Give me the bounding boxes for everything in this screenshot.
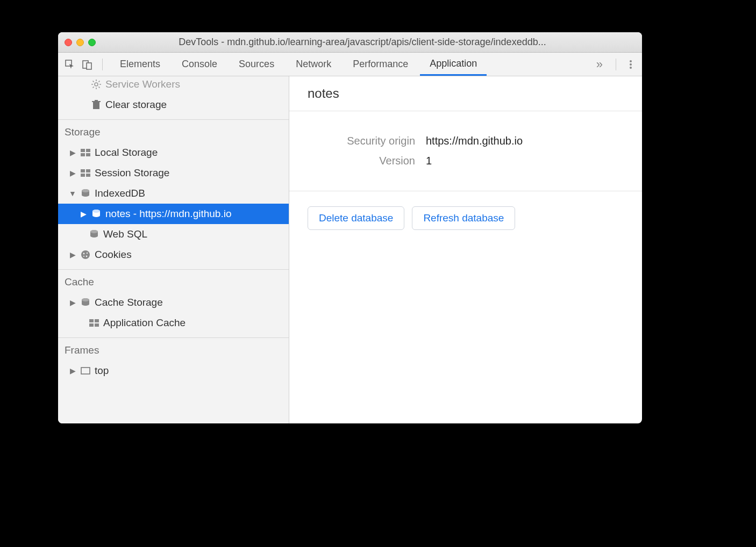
tab-sources[interactable]: Sources [229, 53, 284, 76]
sidebar-item-label: Session Storage [95, 167, 169, 179]
cookie-icon [80, 250, 91, 260]
svg-line-11 [93, 81, 94, 82]
disclosure-triangle-icon: ▶ [69, 366, 76, 375]
sidebar-item-cookies[interactable]: ▶ Cookies [58, 244, 289, 265]
sidebar-item-label: Application Cache [103, 317, 186, 329]
svg-point-33 [83, 253, 85, 255]
svg-rect-16 [92, 101, 101, 102]
svg-point-6 [95, 83, 98, 86]
svg-line-14 [98, 81, 99, 82]
svg-point-34 [87, 253, 88, 254]
delete-database-button[interactable]: Delete database [308, 206, 404, 230]
svg-line-12 [98, 87, 99, 88]
sidebar-group-title: Storage [58, 120, 289, 142]
svg-rect-24 [81, 174, 85, 177]
tab-elements[interactable]: Elements [110, 53, 170, 76]
main-split: ▶ Service Workers ▶ Clear storage Storag… [58, 76, 642, 423]
grid-icon [80, 149, 91, 156]
inspect-element-icon[interactable] [62, 57, 77, 72]
svg-point-35 [86, 256, 88, 257]
svg-point-5 [630, 67, 632, 69]
svg-rect-25 [86, 174, 90, 177]
sidebar-item-application-cache[interactable]: ▶ Application Cache [58, 313, 289, 333]
sidebar-item-label: Clear storage [105, 99, 167, 111]
detail-value: https://mdn.github.io [426, 135, 523, 147]
sidebar-item-label: Service Workers [105, 78, 180, 90]
frame-icon [80, 367, 91, 375]
svg-rect-17 [95, 100, 98, 101]
sidebar-group-title: Cache [58, 270, 289, 292]
disclosure-triangle-icon: ▶ [69, 298, 76, 307]
disclosure-triangle-icon: ▶ [69, 169, 76, 177]
sidebar-item-label: Cache Storage [95, 297, 163, 308]
sidebar-group-frames: Frames ▶ top [58, 338, 289, 385]
svg-point-36 [83, 256, 84, 257]
close-window-button[interactable] [65, 39, 72, 46]
sidebar-group-title: Frames [58, 338, 289, 361]
detail-row-security-origin: Security origin https://mdn.github.io [308, 135, 624, 147]
database-icon [80, 298, 91, 307]
database-icon [90, 209, 102, 219]
toolbar-separator [616, 59, 616, 70]
svg-point-38 [82, 298, 89, 301]
sidebar-item-clear-storage[interactable]: ▶ Clear storage [58, 95, 289, 115]
database-icon [80, 189, 91, 198]
application-sidebar: ▶ Service Workers ▶ Clear storage Storag… [58, 76, 289, 423]
sidebar-item-service-workers[interactable]: ▶ Service Workers [58, 76, 289, 95]
svg-point-29 [92, 210, 100, 213]
svg-rect-41 [89, 323, 94, 327]
refresh-database-button[interactable]: Refresh database [412, 206, 515, 230]
svg-line-13 [93, 87, 94, 88]
sidebar-item-websql[interactable]: ▶ Web SQL [58, 224, 289, 244]
maximize-window-button[interactable] [88, 39, 96, 46]
tab-console[interactable]: Console [172, 53, 227, 76]
sidebar-item-label: Local Storage [95, 147, 158, 159]
svg-rect-19 [86, 149, 90, 152]
svg-rect-15 [93, 102, 99, 109]
database-icon [88, 229, 100, 239]
devtools-toolbar: Elements Console Sources Network Perform… [58, 53, 642, 76]
tab-network[interactable]: Network [286, 53, 341, 76]
svg-rect-22 [81, 169, 85, 172]
window-controls [65, 39, 96, 46]
sidebar-item-indexeddb-notes[interactable]: ▶ notes - https://mdn.github.io [58, 204, 289, 224]
sidebar-item-label: Cookies [95, 249, 132, 261]
toolbar-menu-button[interactable] [624, 59, 638, 70]
panel-tabs: Elements Console Sources Network Perform… [110, 53, 589, 76]
devtools-window: DevTools - mdn.github.io/learning-area/j… [58, 32, 642, 423]
tab-performance[interactable]: Performance [343, 53, 418, 76]
sidebar-item-label: notes - https://mdn.github.io [105, 208, 231, 220]
tabs-overflow-button[interactable]: » [591, 57, 608, 71]
detail-actions: Delete database Refresh database [289, 191, 642, 245]
sidebar-item-label: top [95, 365, 109, 377]
sidebar-item-session-storage[interactable]: ▶ Session Storage [58, 163, 289, 183]
sidebar-item-frame-top[interactable]: ▶ top [58, 361, 289, 381]
grid-icon [80, 169, 91, 177]
svg-rect-2 [87, 63, 91, 69]
trash-icon [90, 99, 102, 110]
sidebar-item-indexeddb[interactable]: ▼ IndexedDB [58, 183, 289, 204]
detail-row-version: Version 1 [308, 155, 624, 167]
minimize-window-button[interactable] [76, 39, 84, 46]
svg-point-32 [81, 250, 90, 259]
device-toolbar-icon[interactable] [80, 57, 95, 72]
grid-icon [88, 319, 100, 327]
sidebar-group-cache: Cache ▶ Cache Storage ▶ Application Cach… [58, 270, 289, 338]
detail-pane: notes Security origin https://mdn.github… [289, 76, 642, 423]
sidebar-item-local-storage[interactable]: ▶ Local Storage [58, 142, 289, 163]
sidebar-item-cache-storage[interactable]: ▶ Cache Storage [58, 292, 289, 313]
svg-point-3 [630, 60, 632, 62]
detail-key: Security origin [308, 135, 415, 147]
disclosure-triangle-icon: ▶ [69, 250, 76, 259]
toolbar-separator [102, 59, 103, 70]
detail-properties: Security origin https://mdn.github.io Ve… [289, 111, 642, 191]
svg-rect-43 [81, 368, 90, 374]
window-title: DevTools - mdn.github.io/learning-area/j… [105, 37, 636, 48]
sidebar-top-group: ▶ Service Workers ▶ Clear storage [58, 76, 289, 120]
detail-value: 1 [426, 155, 432, 167]
svg-rect-23 [86, 169, 90, 172]
tab-application[interactable]: Application [420, 53, 487, 76]
svg-rect-40 [95, 319, 99, 322]
sidebar-item-label: Web SQL [103, 228, 147, 240]
disclosure-triangle-icon: ▶ [80, 210, 87, 218]
